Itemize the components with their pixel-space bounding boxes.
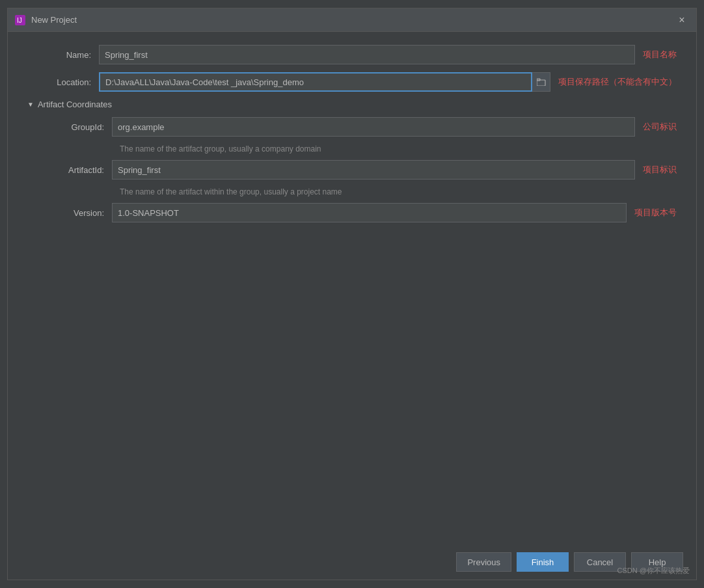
name-input[interactable]	[99, 45, 635, 64]
groupid-input-wrapper: 公司标识	[112, 117, 677, 137]
location-annotation: 项目保存路径（不能含有中文）	[558, 76, 677, 88]
app-icon: IJ	[14, 14, 26, 26]
title-bar: IJ New Project ×	[8, 8, 696, 32]
collapse-triangle-icon[interactable]: ▼	[27, 101, 34, 108]
location-input[interactable]	[99, 72, 532, 92]
artifactid-input[interactable]	[112, 160, 635, 180]
artifactid-label: ArtifactId:	[40, 165, 112, 175]
artifactid-hint: The name of the artifact within the grou…	[112, 187, 677, 196]
svg-text:IJ: IJ	[17, 17, 22, 24]
finish-button[interactable]: Finish	[517, 552, 569, 572]
dialog-title: New Project	[31, 15, 674, 25]
location-label: Location:	[27, 77, 99, 87]
new-project-dialog: IJ New Project × Name: 项目名称 Location:	[7, 8, 697, 580]
section-title: Artifact Coordinates	[38, 100, 112, 109]
watermark: CSDN @你不应该热爱	[617, 566, 690, 576]
groupid-annotation: 公司标识	[643, 121, 677, 133]
version-row: Version: 项目版本号	[40, 203, 677, 222]
name-row: Name: 项目名称	[27, 45, 677, 64]
name-input-wrapper: 项目名称	[99, 45, 677, 64]
close-button[interactable]: ×	[674, 12, 690, 28]
dialog-content: Name: 项目名称 Location: 项目保存路径（不能含有中文）	[8, 32, 696, 544]
groupid-label: GroupId:	[40, 122, 112, 132]
name-label: Name:	[27, 50, 99, 60]
artifact-section-content: GroupId: 公司标识 The name of the artifact g…	[27, 117, 677, 222]
groupid-input[interactable]	[112, 117, 635, 137]
groupid-row: GroupId: 公司标识	[40, 117, 677, 137]
artifactid-annotation: 项目标识	[643, 164, 677, 176]
browse-button[interactable]	[532, 72, 550, 92]
name-annotation: 项目名称	[643, 49, 677, 60]
location-row: Location: 项目保存路径（不能含有中文）	[27, 72, 677, 92]
artifact-section-header: ▼ Artifact Coordinates	[27, 100, 677, 109]
dialog-footer: Previous Finish Cancel Help	[8, 544, 696, 580]
artifactid-row: ArtifactId: 项目标识	[40, 160, 677, 180]
version-input-wrapper: 项目版本号	[112, 203, 677, 222]
version-label: Version:	[40, 208, 112, 218]
groupid-hint: The name of the artifact group, usually …	[112, 144, 677, 154]
previous-button[interactable]: Previous	[456, 552, 511, 572]
artifactid-input-wrapper: 项目标识	[112, 160, 677, 180]
version-input[interactable]	[112, 203, 627, 222]
version-annotation: 项目版本号	[634, 207, 677, 219]
location-input-wrapper: 项目保存路径（不能含有中文）	[99, 72, 677, 92]
